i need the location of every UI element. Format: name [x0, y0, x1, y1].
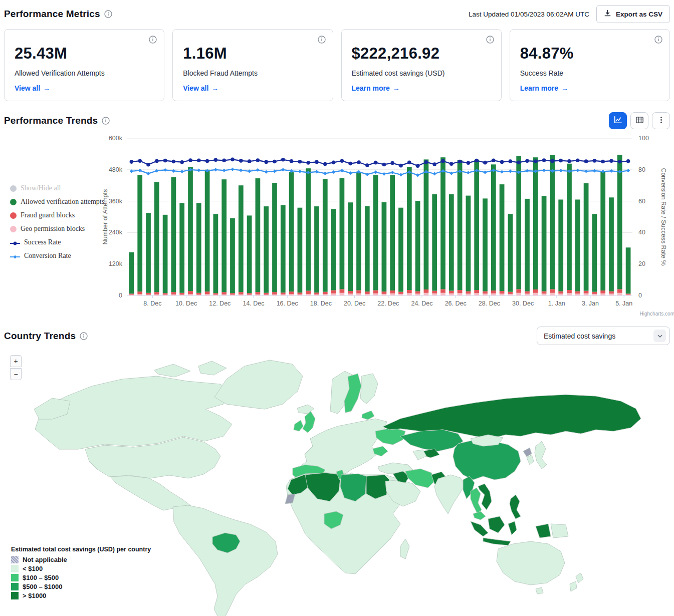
bar-fraud[interactable] — [542, 291, 547, 294]
bar-fraud[interactable] — [449, 291, 454, 293]
bar-geo[interactable] — [550, 293, 555, 295]
bar-allowed[interactable] — [483, 198, 488, 291]
conversion-rate-marker[interactable] — [130, 169, 133, 173]
bar-fraud[interactable] — [239, 292, 244, 294]
bar-geo[interactable] — [179, 294, 184, 295]
conversion-rate-marker[interactable] — [584, 169, 588, 173]
bar-geo[interactable] — [171, 294, 176, 295]
success-rate-marker[interactable] — [306, 161, 310, 165]
bar-allowed[interactable] — [550, 155, 555, 289]
bar-geo[interactable] — [533, 293, 538, 295]
success-rate-marker[interactable] — [323, 162, 327, 166]
bar-allowed[interactable] — [600, 172, 605, 290]
legend-item-showhide[interactable]: Show/Hide all — [10, 184, 104, 192]
bar-allowed[interactable] — [356, 172, 361, 290]
bar-geo[interactable] — [483, 293, 488, 295]
country-australia[interactable] — [497, 541, 565, 585]
bar-allowed[interactable] — [592, 214, 597, 291]
bar-geo[interactable] — [340, 293, 345, 295]
bar-geo[interactable] — [356, 293, 361, 295]
conversion-rate-marker[interactable] — [163, 168, 167, 172]
success-rate-marker[interactable] — [340, 159, 344, 163]
bar-fraud[interactable] — [424, 289, 429, 293]
bar-geo[interactable] — [146, 294, 151, 295]
bar-geo[interactable] — [129, 294, 134, 295]
bar-allowed[interactable] — [542, 196, 547, 291]
view-all-link[interactable]: View all→ — [183, 84, 218, 92]
bar-allowed[interactable] — [365, 206, 370, 292]
conversion-rate-marker[interactable] — [576, 169, 579, 172]
success-rate-marker[interactable] — [197, 158, 201, 162]
bar-allowed[interactable] — [567, 164, 572, 290]
country-sulawesi[interactable] — [508, 521, 517, 535]
conversion-rate-marker[interactable] — [399, 173, 402, 176]
success-rate-marker[interactable] — [450, 162, 454, 166]
conversion-rate-marker[interactable] — [138, 169, 142, 172]
bar-geo[interactable] — [196, 294, 201, 295]
success-rate-marker[interactable] — [382, 163, 386, 167]
bar-fraud[interactable] — [247, 293, 252, 294]
bar-geo[interactable] — [272, 294, 277, 295]
success-rate-marker[interactable] — [467, 161, 471, 165]
bar-allowed[interactable] — [424, 159, 429, 289]
bar-allowed[interactable] — [213, 214, 218, 293]
country-papua-new-guinea[interactable] — [551, 524, 568, 538]
success-rate-marker[interactable] — [509, 159, 513, 163]
bar-fraud[interactable] — [365, 291, 370, 294]
bar-geo[interactable] — [609, 293, 614, 295]
info-icon[interactable] — [104, 10, 112, 18]
legend-item-allowed[interactable]: Allowed verification attempts — [10, 198, 104, 206]
legend-item-fraud[interactable]: Fraud guard blocks — [10, 211, 104, 219]
bar-allowed[interactable] — [609, 197, 614, 291]
bar-fraud[interactable] — [440, 289, 445, 292]
success-rate-marker[interactable] — [365, 163, 369, 167]
legend-item-geo[interactable]: Geo permission blocks — [10, 225, 104, 233]
bar-allowed[interactable] — [340, 178, 345, 289]
country-tasmania[interactable] — [536, 587, 543, 594]
bar-fraud[interactable] — [491, 290, 496, 293]
bar-allowed[interactable] — [230, 218, 235, 293]
success-rate-marker[interactable] — [298, 160, 302, 164]
bar-geo[interactable] — [432, 293, 437, 295]
bar-allowed[interactable] — [323, 179, 328, 292]
bar-fraud[interactable] — [188, 291, 193, 294]
conversion-rate-marker[interactable] — [374, 170, 377, 174]
bar-geo[interactable] — [230, 294, 235, 295]
conversion-rate-marker[interactable] — [467, 171, 470, 174]
conversion-rate-marker[interactable] — [365, 173, 369, 176]
conversion-rate-marker[interactable] — [382, 172, 386, 176]
success-rate-marker[interactable] — [584, 159, 588, 163]
bar-geo[interactable] — [137, 294, 142, 295]
country-arctic-islands[interactable] — [154, 361, 227, 377]
bar-fraud[interactable] — [221, 292, 227, 294]
bar-allowed[interactable] — [474, 160, 479, 290]
bar-fraud[interactable] — [567, 290, 572, 293]
bar-allowed[interactable] — [221, 179, 227, 292]
success-rate-marker[interactable] — [551, 159, 555, 163]
bar-fraud[interactable] — [289, 291, 294, 294]
bar-allowed[interactable] — [558, 199, 563, 291]
conversion-rate-marker[interactable] — [239, 168, 243, 172]
conversion-rate-marker[interactable] — [559, 169, 563, 172]
bar-geo[interactable] — [575, 293, 580, 295]
bar-fraud[interactable] — [146, 293, 151, 295]
bar-fraud[interactable] — [474, 290, 479, 293]
country-baltics[interactable] — [362, 411, 374, 420]
bar-allowed[interactable] — [272, 183, 277, 292]
zoom-in-button[interactable]: + — [10, 355, 22, 367]
country-borneo[interactable] — [488, 516, 505, 533]
success-rate-marker[interactable] — [407, 161, 411, 165]
bar-allowed[interactable] — [239, 185, 244, 292]
conversion-rate-marker[interactable] — [265, 170, 268, 174]
conversion-rate-marker[interactable] — [146, 172, 150, 175]
bar-fraud[interactable] — [575, 291, 580, 294]
country-west-papua[interactable] — [536, 524, 551, 538]
bar-fraud[interactable] — [533, 289, 538, 293]
bar-allowed[interactable] — [458, 160, 463, 290]
bar-fraud[interactable] — [390, 290, 395, 293]
bar-geo[interactable] — [314, 294, 319, 295]
bar-fraud[interactable] — [398, 292, 403, 294]
bar-allowed[interactable] — [281, 205, 286, 292]
success-rate-marker[interactable] — [290, 159, 294, 163]
country-kazakhstan[interactable] — [400, 430, 463, 451]
